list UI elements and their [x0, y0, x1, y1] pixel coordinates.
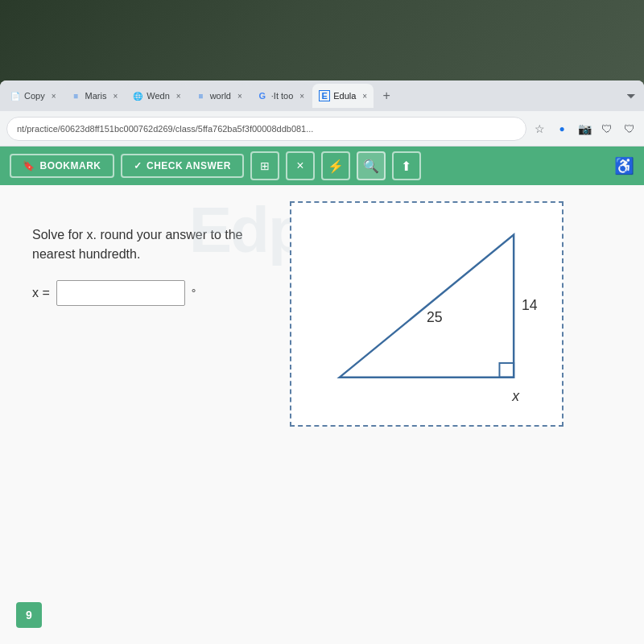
page-number: 9 — [16, 602, 42, 628]
tab-edula-close[interactable]: × — [362, 92, 367, 101]
url-box[interactable]: nt/practice/60623d8ff151bc000762d269/cla… — [6, 117, 526, 141]
tab-copy-label: Copy — [24, 91, 45, 101]
tab-ittoo[interactable]: G ·It too × — [250, 84, 311, 108]
content-area: Edpuzzle Solve for x. round your answer … — [0, 185, 644, 644]
answer-input[interactable] — [56, 280, 185, 306]
star-icon[interactable]: ☆ — [531, 121, 547, 137]
tab-edula-icon: E — [319, 90, 330, 101]
shield-icon-1[interactable]: 🛡 — [599, 121, 615, 137]
tab-ittoo-icon: G — [257, 90, 268, 101]
tab-maris-icon: ≡ — [71, 90, 82, 101]
tab-copy[interactable]: 📄 Copy × — [3, 84, 63, 108]
tab-wedn-label: Wedn — [147, 91, 170, 101]
bookmark-icon: 🔖 — [23, 160, 35, 171]
upload-button[interactable]: ⬆ — [392, 151, 421, 180]
tab-maris[interactable]: ≡ Maris × — [64, 84, 125, 108]
tab-edula-label: Edula — [333, 91, 356, 101]
lightning-icon: ⚡ — [328, 159, 344, 174]
page-number-text: 9 — [26, 609, 32, 621]
label-25: 25 — [427, 309, 443, 325]
bookmark-label: BOOKMARK — [40, 160, 101, 171]
check-icon: ✓ — [134, 160, 142, 171]
tab-ittoo-label: ·It too — [271, 91, 294, 101]
svg-rect-1 — [499, 363, 514, 378]
address-bar: nt/practice/60623d8ff151bc000762d269/cla… — [0, 111, 644, 147]
label-x: x — [511, 388, 520, 404]
tab-wedn-close[interactable]: × — [176, 92, 181, 101]
svg-marker-0 — [340, 235, 514, 378]
tab-wedn-icon: 🌐 — [132, 90, 143, 101]
tab-copy-close[interactable]: × — [52, 92, 56, 101]
upload-icon: ⬆ — [401, 159, 411, 174]
toolbar: 🔖 BOOKMARK ✓ CHECK ANSWER ⊞ × ⚡ 🔍 ⬆ ♿ — [0, 147, 644, 185]
tab-overflow-button[interactable]: ⏷ — [621, 86, 641, 105]
address-icons: ☆ ● 📷 🛡 🛡 — [531, 121, 638, 137]
search-button[interactable]: 🔍 — [357, 151, 386, 180]
tab-bar: 📄 Copy × ≡ Maris × 🌐 Wedn × ≡ world × G … — [0, 80, 644, 111]
access-icon: ♿ — [614, 157, 634, 175]
question-text: Solve for x. round your answer to the ne… — [32, 225, 258, 264]
label-14: 14 — [522, 297, 538, 313]
search-icon: 🔍 — [363, 159, 379, 174]
new-tab-button[interactable]: + — [375, 85, 398, 107]
circle-icon[interactable]: ● — [554, 121, 570, 137]
check-answer-label: CHECK ANSWER — [147, 160, 231, 171]
diagram-panel: 14 25 x — [290, 201, 628, 427]
shield-icon-2[interactable]: 🛡 — [621, 121, 638, 137]
tab-ittoo-close[interactable]: × — [299, 92, 304, 101]
browser-window: 📄 Copy × ≡ Maris × 🌐 Wedn × ≡ world × G … — [0, 80, 644, 644]
tab-world-icon: ≡ — [196, 90, 207, 101]
check-answer-button[interactable]: ✓ CHECK ANSWER — [121, 154, 244, 178]
tab-maris-label: Maris — [85, 91, 107, 101]
question-panel: Solve for x. round your answer to the ne… — [16, 209, 274, 322]
diagram-box: 14 25 x — [290, 201, 564, 427]
grid-icon: ⊞ — [260, 159, 270, 172]
answer-row: x = ° — [32, 280, 258, 306]
degree-symbol: ° — [192, 287, 196, 299]
accessibility-icon[interactable]: ♿ — [614, 156, 634, 175]
grid-button[interactable]: ⊞ — [250, 151, 279, 180]
tab-world-label: world — [210, 91, 231, 101]
url-text: nt/practice/60623d8ff151bc000762d269/cla… — [17, 124, 313, 134]
lightning-button[interactable]: ⚡ — [321, 151, 350, 180]
close-icon: × — [296, 159, 303, 173]
tab-maris-close[interactable]: × — [113, 92, 118, 101]
tab-world-close[interactable]: × — [237, 92, 242, 101]
tab-wedn[interactable]: 🌐 Wedn × — [126, 84, 187, 108]
triangle-diagram: 14 25 x — [308, 219, 546, 409]
close-button[interactable]: × — [286, 151, 315, 180]
answer-label: x = — [32, 286, 50, 300]
tab-world[interactable]: ≡ world × — [189, 84, 249, 108]
bookmark-button[interactable]: 🔖 BOOKMARK — [10, 154, 114, 178]
tab-edula[interactable]: E Edula × — [312, 84, 374, 108]
camera-icon[interactable]: 📷 — [576, 121, 592, 137]
tab-copy-icon: 📄 — [10, 90, 21, 101]
